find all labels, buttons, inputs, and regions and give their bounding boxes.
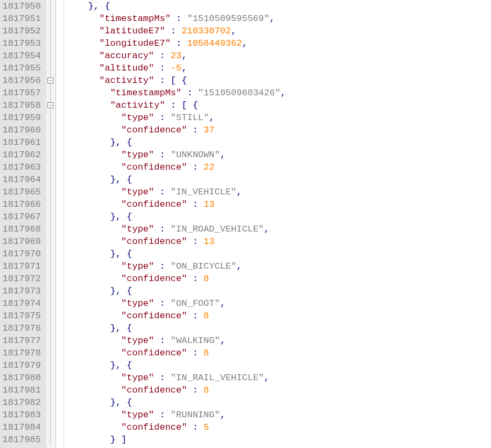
json-key: "confidence" xyxy=(121,311,187,321)
json-string: "1510509603426" xyxy=(198,88,280,98)
json-number: 1058449362 xyxy=(187,38,242,48)
line-number: 1817979 xyxy=(0,359,41,372)
punctuation: [ { xyxy=(171,75,187,86)
punctuation: : xyxy=(154,75,171,86)
json-key: "confidence" xyxy=(121,199,187,209)
json-number: 8 xyxy=(204,348,209,358)
json-string: "WALKING" xyxy=(171,335,220,346)
fold-cell xyxy=(46,198,55,211)
json-key: "timestampMs" xyxy=(110,88,182,98)
fold-toggle-icon[interactable] xyxy=(47,78,53,83)
fold-cell xyxy=(46,136,55,149)
fold-cell xyxy=(46,173,55,186)
json-string: "ON_BICYCLE" xyxy=(171,261,236,271)
json-key: "confidence" xyxy=(121,348,187,358)
line-number: 1817956 xyxy=(0,74,41,87)
line-number: 1817955 xyxy=(0,62,41,74)
fold-cell xyxy=(46,396,55,409)
punctuation: }, { xyxy=(110,360,132,370)
punctuation: , xyxy=(220,298,226,309)
punctuation: : xyxy=(187,348,204,358)
punctuation: : xyxy=(187,125,204,135)
code-line: "confidence" : 8 xyxy=(66,384,491,396)
line-number: 1817963 xyxy=(0,161,41,173)
code-line: "accuracy" : 23, xyxy=(66,50,491,62)
json-key: "type" xyxy=(121,261,154,271)
line-number: 1817959 xyxy=(0,111,41,124)
code-line: "type" : "RUNNING", xyxy=(66,409,491,421)
punctuation: , xyxy=(236,261,242,271)
punctuation: , xyxy=(264,224,269,234)
punctuation: }, { xyxy=(110,174,132,185)
punctuation: }, { xyxy=(110,249,132,259)
json-number: 22 xyxy=(204,162,214,172)
code-line: "type" : "IN_ROAD_VEHICLE", xyxy=(66,223,491,235)
fold-gutter[interactable] xyxy=(46,0,56,448)
line-number: 1817965 xyxy=(0,186,41,198)
fold-cell xyxy=(46,297,55,310)
punctuation: }, { xyxy=(110,286,132,296)
fold-cell xyxy=(46,334,55,347)
line-number: 1817953 xyxy=(0,37,41,50)
punctuation: } ] xyxy=(110,435,127,445)
code-line: "activity" : [ { xyxy=(66,74,491,87)
punctuation: }, { xyxy=(110,212,132,222)
punctuation: : xyxy=(165,100,182,110)
punctuation: : xyxy=(187,199,204,209)
code-line: "confidence" : 22 xyxy=(66,161,491,173)
fold-cell xyxy=(46,223,55,235)
json-number: 8 xyxy=(204,385,209,395)
json-string: "IN_RAIL_VEHICLE" xyxy=(171,373,264,383)
line-number: 1817981 xyxy=(0,384,41,396)
json-key: "type" xyxy=(121,410,154,420)
punctuation: : xyxy=(187,385,204,395)
code-line: "type" : "ON_FOOT", xyxy=(66,297,491,310)
punctuation: , xyxy=(220,335,226,346)
punctuation: , xyxy=(220,410,226,420)
fold-cell xyxy=(46,322,55,334)
fold-cell xyxy=(46,433,55,446)
code-area[interactable]: }, { "timestampMs" : "1510509595569", "l… xyxy=(64,0,491,448)
code-line: "type" : "IN_RAIL_VEHICLE", xyxy=(66,372,491,384)
fold-cell xyxy=(46,285,55,297)
line-number: 1817954 xyxy=(0,50,41,62)
punctuation: : xyxy=(154,113,171,123)
line-number: 1817973 xyxy=(0,285,41,297)
json-string: "IN_ROAD_VEHICLE" xyxy=(171,224,264,234)
json-key: "type" xyxy=(121,335,154,346)
fold-cell xyxy=(46,149,55,161)
punctuation: : xyxy=(154,187,171,197)
json-key: "activity" xyxy=(99,75,154,86)
json-key: "confidence" xyxy=(121,125,187,135)
fold-cell xyxy=(46,372,55,384)
fold-cell xyxy=(46,161,55,173)
line-number: 1817971 xyxy=(0,260,41,272)
line-number: 1817961 xyxy=(0,136,41,149)
json-string: "STILL" xyxy=(171,113,209,123)
json-key: "accuracy" xyxy=(99,51,154,61)
line-number: 1817960 xyxy=(0,124,41,136)
punctuation: , xyxy=(181,63,187,73)
code-line: "confidence" : 5 xyxy=(66,421,491,433)
line-number: 1817952 xyxy=(0,25,41,37)
line-number: 1817951 xyxy=(0,12,41,25)
json-number: 5 xyxy=(204,422,209,432)
json-key: "timestampMs" xyxy=(99,13,171,24)
code-line: }, { xyxy=(66,136,491,149)
punctuation: : xyxy=(154,335,171,346)
line-number: 1817950 xyxy=(0,0,41,12)
fold-cell xyxy=(46,74,55,87)
json-key: "confidence" xyxy=(121,236,187,247)
fold-cell xyxy=(46,37,55,50)
code-editor: 1817950181795118179521817953181795418179… xyxy=(0,0,491,448)
code-line: "type" : "WALKING", xyxy=(66,334,491,347)
line-number: 1817968 xyxy=(0,223,41,235)
punctuation: , xyxy=(280,88,286,98)
code-line: "confidence" : 13 xyxy=(66,198,491,211)
line-number: 1817975 xyxy=(0,310,41,322)
fold-toggle-icon[interactable] xyxy=(47,102,53,108)
json-key: "activity" xyxy=(110,100,165,110)
punctuation: : xyxy=(154,373,171,383)
punctuation: : xyxy=(187,422,204,432)
punctuation: : xyxy=(154,410,171,420)
